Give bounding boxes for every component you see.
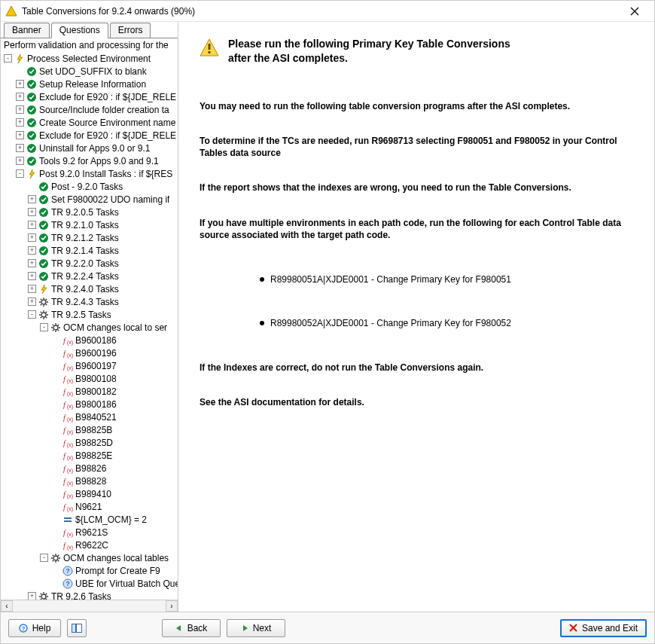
tree-expand-toggle[interactable]: +	[16, 144, 24, 152]
tree-row[interactable]: +TR 9.2.2.0 Tasks	[1, 257, 178, 270]
tree-row[interactable]: +TR 9.2.0.5 Tasks	[1, 206, 178, 218]
tree-expand-toggle[interactable]: +	[28, 298, 36, 306]
tree-expand-toggle[interactable]: -	[28, 310, 36, 319]
fx-icon: f(x)	[62, 540, 73, 551]
tree-row[interactable]: -OCM changes local tables	[1, 551, 178, 564]
tree-row[interactable]: +Create Source Environment name	[1, 116, 178, 129]
scroll-track[interactable]	[13, 600, 166, 612]
tree-expand-toggle[interactable]: +	[16, 80, 24, 88]
svg-text:(x): (x)	[67, 417, 73, 423]
tree-label: Post 9.2.0 Install Tasks : if ${RES	[39, 169, 172, 179]
tree-row[interactable]: ${LCM_OCM} = 2	[1, 513, 178, 526]
tree-row[interactable]: f(x)R9621S	[1, 526, 178, 539]
tree-row[interactable]: +TR 9.2.1.4 Tasks	[1, 244, 178, 257]
tree-row[interactable]: f(x)B989410	[1, 487, 178, 500]
tree-expand-toggle[interactable]: +	[28, 221, 36, 229]
tree-expand-toggle[interactable]: -	[16, 169, 24, 178]
tree-row[interactable]: f(x)B9800186	[1, 398, 178, 411]
tree-expand-toggle[interactable]: +	[28, 259, 36, 267]
back-button-label: Back	[187, 623, 208, 633]
fx-icon: f(x)	[62, 361, 73, 371]
tree-expand-toggle[interactable]: +	[16, 105, 24, 114]
help-button[interactable]: ? Help	[8, 619, 61, 637]
tree-expand-toggle[interactable]: -	[40, 323, 48, 331]
tree-horizontal-scrollbar[interactable]: ‹ ›	[1, 600, 178, 612]
tree-row[interactable]: -TR 9.2.5 Tasks	[1, 308, 178, 321]
scroll-right-icon[interactable]: ›	[166, 600, 178, 612]
tree-row[interactable]: +TR 9.2.4.0 Tasks	[1, 282, 178, 295]
tree-row[interactable]: +TR 9.2.2.4 Tasks	[1, 270, 178, 282]
tree-row[interactable]: -OCM changes local to ser	[1, 321, 178, 334]
tree-row[interactable]: f(x)B9600186	[1, 334, 178, 346]
tab-errors[interactable]: Errors	[110, 23, 151, 38]
tree-row[interactable]: ?Prompt for Create F9	[1, 564, 178, 577]
tree-expand-placeholder	[52, 515, 60, 523]
tree-expand-toggle[interactable]: +	[28, 285, 36, 293]
tree-label: TR 9.2.6 Tasks	[51, 591, 111, 600]
green-icon	[26, 105, 37, 115]
tree-row[interactable]: f(x)B9800108	[1, 372, 178, 385]
tree-row[interactable]: +Exclude for E920 : if ${JDE_RELE	[1, 90, 178, 103]
tree-expand-toggle[interactable]: +	[16, 93, 24, 101]
back-button[interactable]: Back	[162, 619, 221, 637]
tree-label: B9800182	[75, 386, 117, 397]
tree-label: B989410	[75, 489, 111, 499]
tree-label: OCM changes local to ser	[63, 322, 167, 333]
window-close-button[interactable]	[620, 2, 650, 20]
tree-row[interactable]: +Setup Release Information	[1, 78, 178, 90]
save-and-exit-button[interactable]: Save and Exit	[560, 619, 647, 637]
tree-row[interactable]: +Exclude for E920 : if ${JDE_RELE	[1, 129, 178, 142]
tree-expand-toggle[interactable]: +	[28, 208, 36, 216]
tree-label: TR 9.2.0.5 Tasks	[51, 207, 119, 218]
tree-row[interactable]: f(x)B9600197	[1, 359, 178, 372]
tree-expand-toggle[interactable]: +	[28, 246, 36, 255]
svg-rect-124	[209, 44, 211, 50]
tree-row[interactable]: f(x)B9600196	[1, 346, 178, 359]
tree-expand-toggle[interactable]: +	[28, 195, 36, 203]
tree-expand-toggle[interactable]: +	[16, 131, 24, 139]
tree-row[interactable]: +Tools 9.2 for Apps 9.0 and 9.1	[1, 154, 178, 167]
tab-banner[interactable]: Banner	[4, 23, 50, 38]
panel-toggle-button[interactable]	[67, 619, 87, 637]
tree-row[interactable]: +TR 9.2.1.2 Tasks	[1, 231, 178, 244]
tree-expand-placeholder	[52, 400, 60, 408]
tree-row[interactable]: f(x)B9800182	[1, 385, 178, 398]
tree-row[interactable]: f(x)B98825D	[1, 436, 178, 449]
tab-questions[interactable]: Questions	[51, 23, 108, 38]
tree-row[interactable]: Post - 9.2.0 Tasks	[1, 180, 178, 193]
tree-expand-toggle[interactable]: +	[16, 118, 24, 127]
tree-row[interactable]: f(x)N9621	[1, 500, 178, 513]
tree-expand-toggle[interactable]: +	[28, 233, 36, 242]
tree-row[interactable]: -Post 9.2.0 Install Tasks : if ${RES	[1, 167, 178, 180]
tree-row[interactable]: f(x)B98826	[1, 462, 178, 475]
tree-expand-toggle[interactable]: -	[40, 554, 48, 562]
tree-expand-toggle[interactable]: +	[28, 272, 36, 280]
tree-row[interactable]: f(x)B98825B	[1, 423, 178, 436]
tree-row[interactable]: Set UDO_SUFFIX to blank	[1, 65, 178, 78]
svg-line-88	[53, 554, 53, 555]
tree-expand-toggle[interactable]: +	[28, 592, 36, 600]
tree-expand-toggle[interactable]: +	[16, 157, 24, 165]
tree-row[interactable]: f(x)B98828	[1, 475, 178, 487]
tree-row[interactable]: +Uninstall for Apps 9.0 or 9.1	[1, 142, 178, 154]
svg-point-22	[41, 300, 46, 304]
tree-row[interactable]: -Process Selected Environment	[1, 52, 178, 65]
tree-row[interactable]: +Source/Include folder creation ta	[1, 103, 178, 116]
gear-icon	[38, 591, 49, 600]
tree-row[interactable]: +TR 9.2.4.3 Tasks	[1, 295, 178, 308]
green-icon	[26, 118, 37, 128]
scroll-left-icon[interactable]: ‹	[1, 600, 13, 612]
tree-label: TR 9.2.2.0 Tasks	[51, 258, 119, 269]
tree-row[interactable]: f(x)B98825E	[1, 449, 178, 462]
tree-row[interactable]: f(x)B9840521	[1, 411, 178, 423]
tree-row[interactable]: ?UBE for Virtual Batch Que	[1, 577, 178, 590]
tree-row[interactable]: f(x)R9622C	[1, 539, 178, 551]
tree-row[interactable]: +Set F9800022 UDO naming if	[1, 193, 178, 206]
tree-row[interactable]: +TR 9.2.6 Tasks	[1, 590, 178, 600]
tree-expand-toggle[interactable]: -	[4, 54, 12, 63]
tree-label: B9600186	[75, 335, 117, 346]
tree-label: TR 9.2.4.3 Tasks	[51, 297, 119, 307]
next-button[interactable]: Next	[227, 619, 285, 637]
step-tree[interactable]: -Process Selected EnvironmentSet UDO_SUF…	[1, 50, 178, 600]
tree-row[interactable]: +TR 9.2.1.0 Tasks	[1, 218, 178, 231]
